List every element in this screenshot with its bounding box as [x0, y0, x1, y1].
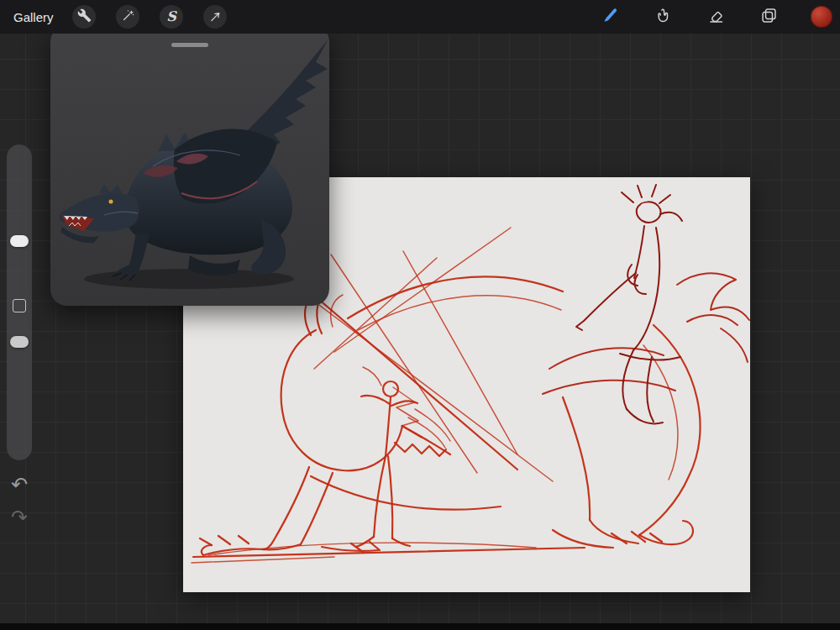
opacity-slider[interactable] [10, 336, 29, 348]
selection-s-icon: S [166, 10, 176, 24]
smudge-finger-icon [654, 7, 672, 28]
brush-size-slider[interactable] [10, 235, 29, 247]
panel-drag-handle[interactable] [171, 43, 208, 47]
wrench-icon [77, 8, 92, 26]
eraser-icon [707, 7, 725, 28]
layers-icon [760, 7, 778, 28]
brush-sidebar [7, 144, 32, 460]
reference-panel[interactable] [50, 25, 329, 306]
color-swatch [811, 6, 832, 28]
gallery-button[interactable]: Gallery [13, 10, 54, 24]
modify-button[interactable] [13, 299, 26, 312]
paint-tool-button[interactable] [598, 5, 622, 29]
selection-button[interactable]: S [160, 5, 183, 29]
transform-button[interactable] [203, 5, 227, 29]
adjustments-button[interactable] [116, 5, 139, 29]
erase-tool-button[interactable] [704, 5, 727, 29]
paintbrush-icon [601, 6, 619, 28]
layers-button[interactable] [757, 5, 780, 29]
magic-wand-icon [121, 8, 135, 26]
actions-button[interactable] [72, 5, 96, 29]
color-button[interactable] [810, 5, 833, 29]
redo-button[interactable]: ↷ [8, 507, 30, 528]
top-toolbar: Gallery S [0, 0, 840, 34]
smudge-tool-button[interactable] [651, 5, 675, 29]
reference-dragon-image [50, 25, 329, 306]
bottom-edge [0, 623, 840, 630]
procreate-app: Gallery S [0, 0, 840, 630]
transform-arrow-icon [208, 8, 223, 26]
undo-button[interactable]: ↶ [8, 474, 30, 496]
